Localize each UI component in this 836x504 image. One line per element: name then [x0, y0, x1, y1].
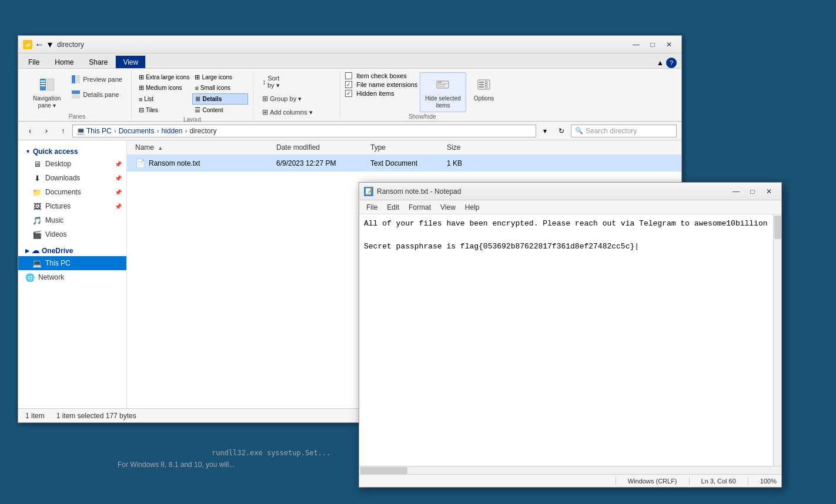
col-header-date[interactable]: Date modified — [273, 142, 367, 153]
notepad-text-content[interactable]: All of your files have been encrypted. P… — [359, 214, 781, 466]
notepad-title-controls: — □ ✕ — [728, 186, 777, 197]
layout-medium-icons[interactable]: ⊞ Medium icons — [136, 83, 192, 93]
file-name-ransom: Ransom note.txt — [149, 159, 200, 167]
details-pane-icon — [71, 90, 81, 99]
ribbon-group-current-view: ↕ Sortby ▾ ⊞ Group by ▾ ⊞ Add columns ▾ … — [253, 71, 340, 119]
notepad-maximize-button[interactable]: □ — [745, 186, 760, 197]
item-check-boxes-toggle[interactable]: Item check boxes — [345, 72, 417, 79]
svg-rect-16 — [479, 84, 484, 85]
tab-file[interactable]: File — [21, 55, 47, 68]
notepad-title-bar: 📝 Ransom note.txt - Notepad — □ ✕ — [359, 183, 781, 200]
status-selection: 1 item selected 177 bytes — [56, 412, 136, 420]
file-cell-name-ransom: 📄 Ransom note.txt — [132, 159, 273, 168]
quick-access-icon2[interactable]: ▾ — [48, 39, 52, 50]
sort-by-button[interactable]: ↕ Sortby ▾ — [258, 72, 335, 92]
col-date-label: Date modified — [276, 143, 320, 152]
ribbon-help-icon[interactable]: ? — [666, 58, 677, 68]
network-icon: 🌐 — [25, 273, 35, 282]
onedrive-expand-icon: ▶ — [25, 248, 29, 254]
preview-pane-icon — [71, 75, 81, 84]
crumb-directory: directory — [189, 127, 216, 135]
file-row-ransom-note[interactable]: 📄 Ransom note.txt 6/9/2023 12:27 PM Text… — [127, 155, 681, 172]
hidden-items-label: Hidden items — [356, 90, 394, 97]
pictures-pin-icon: 📌 — [115, 203, 122, 210]
sidebar-item-downloads[interactable]: ⬇ Downloads 📌 — [18, 171, 126, 185]
sidebar-quick-access-section[interactable]: ▼ Quick access — [18, 145, 126, 157]
layout-extra-large-icons[interactable]: ⊞ Extra large icons — [136, 72, 192, 82]
nav-back-button[interactable]: ‹ — [23, 124, 37, 138]
explorer-maximize-button[interactable]: □ — [645, 39, 660, 51]
nav-up-button[interactable]: ↑ — [56, 124, 70, 138]
layout-details[interactable]: ≣ Details — [192, 93, 248, 105]
notepad-menu-format[interactable]: Format — [404, 202, 436, 213]
sidebar-item-desktop[interactable]: 🖥 Desktop 📌 — [18, 157, 126, 171]
ribbon-collapse-icon[interactable]: ▲ — [657, 59, 664, 67]
search-bar[interactable]: 🔍 Search directory — [571, 125, 677, 137]
details-label: Details — [202, 96, 222, 102]
notepad-menu-view[interactable]: View — [436, 202, 460, 213]
tab-share[interactable]: Share — [81, 55, 115, 68]
taskbar-text-2-label: For Windows 8, 8.1 and 10, you will... — [118, 461, 235, 469]
small-icons-icon: ≡ — [195, 85, 198, 92]
notepad-close-button[interactable]: ✕ — [761, 186, 777, 197]
group-by-button[interactable]: ⊞ Group by ▾ — [258, 92, 335, 105]
crumb-documents[interactable]: Documents — [119, 127, 155, 135]
preview-pane-button[interactable]: Preview pane — [67, 72, 126, 86]
notepad-h-scroll-thumb — [360, 467, 407, 474]
sidebar-item-music[interactable]: 🎵 Music — [18, 213, 126, 227]
notepad-vertical-scrollbar[interactable] — [773, 214, 781, 466]
explorer-close-button[interactable]: ✕ — [661, 39, 677, 51]
options-icon — [474, 75, 493, 94]
col-header-type[interactable]: Type — [367, 142, 443, 153]
notepad-menu-edit[interactable]: Edit — [382, 202, 404, 213]
hide-selected-button[interactable]: Hide selecteditems — [420, 72, 466, 112]
details-pane-button[interactable]: Details pane — [67, 88, 126, 102]
layout-tiles[interactable]: ⊟ Tiles — [136, 105, 192, 115]
layout-large-icons[interactable]: ⊞ Large icons — [192, 72, 248, 82]
notepad-line-2 — [364, 230, 777, 241]
notepad-horizontal-scrollbar[interactable] — [359, 466, 781, 474]
file-name-extensions-toggle[interactable]: ✓ File name extensions — [345, 81, 417, 88]
refresh-button[interactable]: ↻ — [554, 124, 569, 138]
layout-list[interactable]: ≡ List — [136, 93, 192, 105]
svg-rect-6 — [76, 75, 80, 83]
status-item-count: 1 item — [25, 412, 45, 420]
options-button[interactable]: Options — [469, 72, 499, 105]
add-columns-button[interactable]: ⊞ Add columns ▾ — [258, 106, 335, 119]
explorer-minimize-button[interactable]: — — [628, 39, 644, 51]
layout-content[interactable]: ☰ Content — [192, 105, 248, 115]
hidden-items-toggle[interactable]: ✓ Hidden items — [345, 90, 417, 97]
notepad-h-scroll-track — [359, 466, 781, 474]
notepad-line-3: Secret passphrase is flag{053692b8762281… — [364, 241, 777, 253]
col-header-name[interactable]: Name ▲ — [132, 142, 273, 153]
sidebar-item-this-pc[interactable]: 💻 This PC — [18, 256, 126, 270]
file-type-ransom: Text Document — [370, 159, 417, 167]
tab-view[interactable]: View — [115, 55, 146, 68]
sidebar-network-label: Network — [38, 273, 64, 281]
notepad-content-area: All of your files have been encrypted. P… — [359, 214, 781, 466]
address-bar[interactable]: 💻 This PC › Documents › hidden › directo… — [72, 125, 536, 137]
col-header-size[interactable]: Size — [443, 142, 490, 153]
hidden-items-checkbox: ✓ — [345, 90, 352, 97]
layout-small-icons[interactable]: ≡ Small icons — [192, 83, 248, 93]
crumb-this-pc[interactable]: This PC — [86, 127, 112, 135]
notepad-menu-file[interactable]: File — [362, 202, 382, 213]
nav-forward-button[interactable]: › — [39, 124, 53, 138]
notepad-minimize-button[interactable]: — — [728, 186, 744, 197]
tab-home[interactable]: Home — [47, 55, 81, 68]
sidebar-item-pictures[interactable]: 🖼 Pictures 📌 — [18, 199, 126, 213]
onedrive-label: OneDrive — [42, 247, 73, 255]
sidebar-this-pc-label: This PC — [45, 259, 71, 267]
sidebar-item-network[interactable]: 🌐 Network — [18, 270, 126, 284]
search-placeholder: Search directory — [586, 127, 637, 135]
sidebar-item-documents[interactable]: 📁 Documents 📌 — [18, 185, 126, 199]
notepad-status-sep1 — [616, 477, 616, 485]
quick-access-icon1[interactable]: ← — [35, 39, 44, 50]
sidebar-item-videos[interactable]: 🎬 Videos — [18, 227, 126, 241]
sidebar-onedrive-section[interactable]: ▶ ☁ OneDrive — [18, 244, 126, 256]
sidebar-music-label: Music — [45, 216, 63, 224]
nav-pane-button[interactable]: Navigationpane ▾ — [28, 72, 66, 112]
address-bar-dropdown-button[interactable]: ▾ — [538, 124, 552, 138]
notepad-menu-help[interactable]: Help — [460, 202, 484, 213]
crumb-hidden[interactable]: hidden — [161, 127, 182, 135]
